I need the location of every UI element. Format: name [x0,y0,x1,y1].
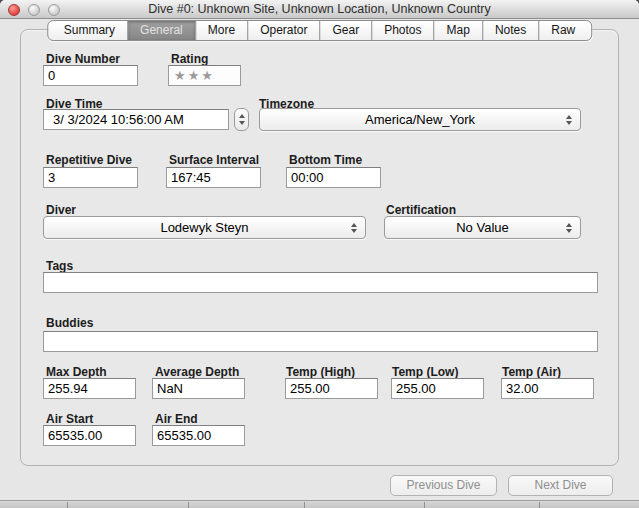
air-end-input[interactable] [152,425,245,446]
titlebar[interactable]: Dive #0: Unknown Site, Unknown Location,… [0,0,639,19]
stepper-up-icon[interactable] [239,114,245,118]
repetitive-dive-input[interactable] [43,167,138,188]
popup-arrows-icon [566,115,572,125]
tags-input[interactable] [43,272,598,293]
certification-label: Certification [386,203,456,217]
average-depth-input[interactable] [152,378,245,399]
stepper-down-icon[interactable] [239,121,245,125]
temp-high-input[interactable] [285,378,378,399]
popup-arrows-icon [351,223,357,233]
tab-map[interactable]: Map [435,21,483,40]
diver-value: Lodewyk Steyn [160,220,248,235]
background-window-strip [0,500,639,508]
previous-dive-button[interactable]: Previous Dive [390,475,497,496]
popup-arrows-icon [566,223,572,233]
bottom-time-label: Bottom Time [289,153,362,167]
air-start-label: Air Start [46,412,93,426]
certification-popup[interactable]: No Value [384,216,581,239]
buddies-input[interactable] [43,331,598,352]
temp-air-label: Temp (Air) [502,365,561,379]
average-depth-label: Average Depth [155,365,239,379]
dive-number-label: Dive Number [46,52,120,66]
air-start-input[interactable] [43,425,136,446]
tab-gear[interactable]: Gear [320,21,372,40]
background-table-divider [304,502,305,508]
background-table-divider [424,502,425,508]
dive-editor-window: Dive #0: Unknown Site, Unknown Location,… [0,0,639,508]
background-table-divider [539,502,540,508]
tab-operator[interactable]: Operator [248,21,320,40]
buddies-label: Buddies [46,316,93,330]
surface-interval-label: Surface Interval [169,153,259,167]
dive-time-stepper[interactable] [234,108,249,131]
general-groupbox: Dive Number Rating ★★★ Dive Time Timezon… [20,29,619,466]
temp-high-label: Temp (High) [286,365,355,379]
tab-raw[interactable]: Raw [539,21,591,40]
air-end-label: Air End [155,412,198,426]
background-table-divider [67,502,68,508]
temp-low-input[interactable] [391,378,484,399]
certification-value: No Value [456,220,509,235]
rating-label: Rating [171,52,208,66]
tab-bar: Summary General More Operator Gear Photo… [47,20,593,41]
bottom-time-input[interactable] [286,167,381,188]
max-depth-input[interactable] [43,378,136,399]
surface-interval-input[interactable] [166,167,261,188]
timezone-value: America/New_York [365,112,475,127]
temp-low-label: Temp (Low) [392,365,458,379]
tab-summary[interactable]: Summary [48,21,128,40]
diver-popup[interactable]: Lodewyk Steyn [43,216,366,239]
tab-general[interactable]: General [128,21,196,40]
dive-number-input[interactable] [43,65,138,86]
repetitive-dive-label: Repetitive Dive [46,153,132,167]
tab-more[interactable]: More [196,21,248,40]
background-table-divider [188,502,189,508]
timezone-popup[interactable]: America/New_York [259,108,581,131]
tab-notes[interactable]: Notes [483,21,539,40]
window-title: Dive #0: Unknown Site, Unknown Location,… [0,2,639,16]
dive-time-input[interactable] [43,109,229,130]
rating-control[interactable]: ★★★ [168,65,241,86]
max-depth-label: Max Depth [46,365,107,379]
temp-air-input[interactable] [501,378,594,399]
tab-photos[interactable]: Photos [372,21,434,40]
tags-label: Tags [46,259,73,273]
next-dive-button[interactable]: Next Dive [508,475,613,496]
star-rating-icon[interactable]: ★★★ [174,69,215,82]
diver-label: Diver [46,203,76,217]
